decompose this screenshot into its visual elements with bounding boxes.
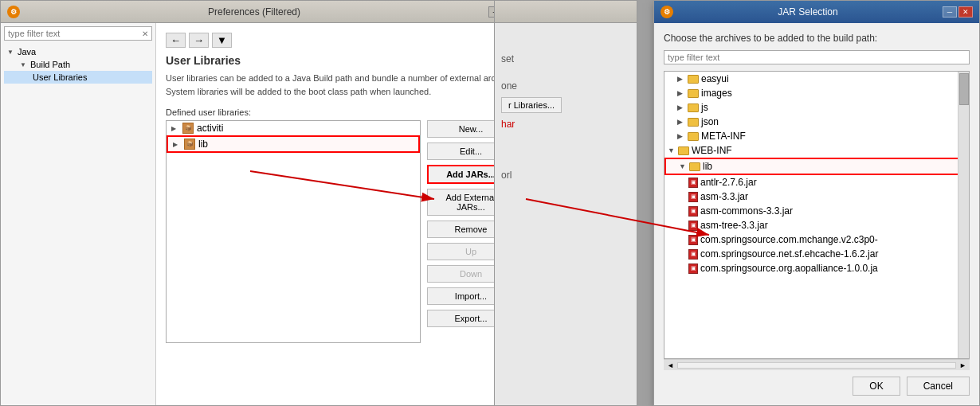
library-item-activiti[interactable]: ▶ 📦 activiti	[167, 121, 420, 135]
jar-filter-input[interactable]	[668, 53, 966, 62]
jar-window-controls: ─ ✕	[943, 6, 973, 18]
toolbar-menu-button[interactable]: ▼	[212, 33, 232, 48]
tree-label-build-path: Build Path	[30, 60, 70, 69]
tree-item-java[interactable]: ▼ Java	[4, 45, 152, 58]
jar-tree-item-antlr[interactable]: ▣ antlr-2.7.6.jar	[664, 175, 969, 189]
jar-label-spring-c3p0: com.springsource.com.mchange.v2.c3p0-	[700, 234, 878, 245]
jar-title-icon: ⚙	[661, 6, 673, 18]
filter-box[interactable]: ✕	[4, 26, 152, 41]
jar-horizontal-scrollbar[interactable]: ◄ ►	[664, 359, 970, 370]
folder-icon-json	[688, 118, 699, 127]
activiti-expand-arrow: ▶	[171, 125, 179, 132]
jar-tree-item-spring-aop[interactable]: ▣ com.springsource.org.aopalliance-1.0.0…	[664, 261, 969, 275]
eclipse-background-window: set one r Libraries... har orl	[494, 0, 637, 406]
tree-label-java: Java	[18, 47, 36, 57]
jar-tree-item-easyui[interactable]: ▶ easyui	[664, 72, 969, 86]
eclipse-orl-label: orl	[501, 170, 512, 181]
jar-label-spring-aop: com.springsource.org.aopalliance-1.0.0.j…	[700, 263, 878, 274]
jar-label-web-inf: WEB-INF	[692, 145, 732, 156]
preferences-content: ← → ▼ User Libraries User libraries can …	[156, 23, 541, 405]
eclipse-content: set one r Libraries... har orl	[495, 23, 637, 187]
jar-filter-box[interactable]	[664, 50, 970, 64]
jar-label-meta-inf: META-INF	[701, 131, 746, 142]
preferences-titlebar: ⚙ Preferences (Filtered) ─ □ ✕	[1, 1, 541, 23]
jar-tree-item-lib[interactable]: ▼ lib	[664, 158, 969, 175]
tree-arrow-java: ▼	[7, 49, 15, 56]
preferences-sidebar: ✕ ▼ Java ▼ Build Path User Libraries	[1, 23, 156, 405]
activiti-lib-icon: 📦	[182, 123, 194, 134]
jar-tree-item-json[interactable]: ▶ json	[664, 115, 969, 129]
folder-icon-easyui	[688, 75, 699, 84]
jar-selection-window: ⚙ JAR Selection ─ ✕ Choose the archives …	[653, 0, 980, 406]
jar-label-json: json	[701, 116, 719, 127]
library-list[interactable]: ▶ 📦 activiti ▶ 📦 lib	[166, 120, 421, 343]
folder-icon-lib	[689, 162, 700, 171]
jar-label-js: js	[701, 102, 708, 113]
filter-clear-icon[interactable]: ✕	[142, 29, 148, 38]
jar-label-lib: lib	[703, 161, 712, 172]
jar-scroll-track[interactable]	[677, 362, 956, 369]
jar-tree-item-images[interactable]: ▶ images	[664, 86, 969, 100]
jar-tree-item-spring-ehcache[interactable]: ▣ com.springsource.net.sf.ehcache-1.6.2.…	[664, 247, 969, 261]
lib-label: lib	[198, 139, 208, 150]
toolbar-back-button[interactable]: ←	[166, 33, 186, 48]
jar-label-antlr: antlr-2.7.6.jar	[700, 177, 757, 188]
jar-file-icon-spring-ehcache: ▣	[688, 249, 698, 260]
jar-action-buttons: OK Cancel	[664, 377, 970, 396]
preferences-window: ⚙ Preferences (Filtered) ─ □ ✕ ✕ ▼ Java …	[0, 0, 542, 406]
jar-ok-button[interactable]: OK	[853, 377, 900, 396]
jar-scroll-right-button[interactable]: ►	[958, 361, 968, 369]
jar-label-spring-ehcache: com.springsource.net.sf.ehcache-1.6.2.ja…	[700, 248, 878, 260]
eclipse-set-label: set	[501, 53, 514, 64]
jar-file-icon-asm-tree: ▣	[688, 221, 698, 231]
jar-scroll-left-button[interactable]: ◄	[665, 361, 676, 369]
jar-tree-item-spring-c3p0[interactable]: ▣ com.springsource.com.mchange.v2.c3p0-	[664, 232, 969, 247]
jar-file-icon-asm-commons: ▣	[688, 206, 698, 217]
preferences-icon: ⚙	[7, 6, 20, 18]
jar-cancel-button[interactable]: Cancel	[907, 377, 970, 396]
section-title: User Libraries	[166, 54, 531, 67]
jar-tree-item-web-inf[interactable]: ▼ WEB-INF	[664, 143, 969, 158]
folder-icon-js	[688, 103, 699, 112]
eclipse-toolbar-bg	[495, 1, 637, 23]
folder-icon-images	[688, 89, 699, 98]
jar-tree[interactable]: ▶ easyui ▶ images ▶ js ▶ json	[664, 71, 970, 359]
section-description: User libraries can be added to a Java Bu…	[166, 72, 531, 98]
jar-tree-item-asm[interactable]: ▣ asm-3.3.jar	[664, 189, 969, 204]
jar-description: Choose the archives to be added to the b…	[664, 33, 970, 44]
jar-minimize-button[interactable]: ─	[943, 6, 957, 18]
jar-selection-title: JAR Selection	[673, 6, 943, 18]
jar-label-asm-tree: asm-tree-3.3.jar	[700, 220, 768, 231]
library-item-lib[interactable]: ▶ 📦 lib	[167, 135, 420, 153]
jar-tree-item-js[interactable]: ▶ js	[664, 100, 969, 115]
lib-expand-arrow: ▶	[173, 141, 181, 148]
jar-tree-item-asm-tree[interactable]: ▣ asm-tree-3.3.jar	[664, 218, 969, 232]
jar-tree-item-asm-commons[interactable]: ▣ asm-commons-3.3.jar	[664, 204, 969, 218]
eclipse-libraries-button[interactable]: r Libraries...	[501, 97, 562, 113]
preferences-toolbar: ← → ▼	[166, 33, 531, 48]
preferences-body: ✕ ▼ Java ▼ Build Path User Libraries ← →…	[1, 23, 541, 405]
defined-label: Defined user libraries:	[166, 107, 531, 117]
jar-close-button[interactable]: ✕	[958, 6, 973, 18]
jar-label-asm-commons: asm-commons-3.3.jar	[700, 205, 793, 217]
folder-icon-meta-inf	[688, 132, 699, 141]
jar-label-asm: asm-3.3.jar	[700, 191, 748, 202]
tree-arrow-build-path: ▼	[20, 61, 28, 68]
folder-icon-web-inf	[678, 146, 689, 155]
preferences-title: Preferences (Filtered)	[20, 6, 488, 18]
jar-file-icon-spring-c3p0: ▣	[688, 235, 698, 245]
filter-input[interactable]	[8, 29, 142, 38]
tree-item-user-libraries[interactable]: User Libraries	[4, 71, 152, 84]
tree-item-build-path[interactable]: ▼ Build Path	[4, 58, 152, 71]
jar-file-icon-asm: ▣	[688, 192, 698, 202]
jar-label-easyui: easyui	[701, 73, 729, 84]
toolbar-forward-button[interactable]: →	[189, 33, 209, 48]
jar-file-icon-spring-aop: ▣	[688, 264, 698, 274]
library-panel: ▶ 📦 activiti ▶ 📦 lib New... Edit... Add …	[166, 120, 531, 343]
lib-icon: 📦	[184, 139, 195, 150]
eclipse-har-label: har	[501, 119, 515, 130]
jar-vertical-scrollbar[interactable]	[958, 72, 969, 358]
jar-scrollbar-thumb[interactable]	[959, 73, 969, 105]
jar-selection-titlebar: ⚙ JAR Selection ─ ✕	[654, 1, 979, 23]
jar-tree-item-meta-inf[interactable]: ▶ META-INF	[664, 129, 969, 143]
